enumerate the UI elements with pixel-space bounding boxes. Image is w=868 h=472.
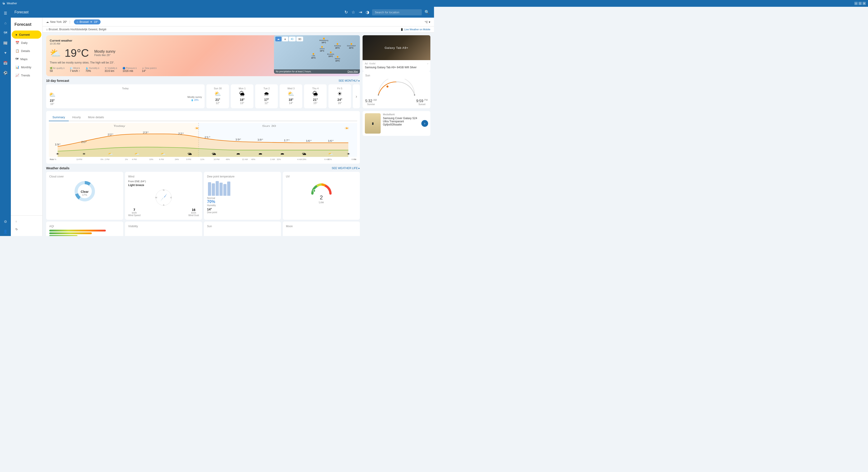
pressure-stat: 🔵 Pressure ℹ 1016 mb	[123, 67, 136, 72]
sunrise-arc-svg	[365, 79, 428, 97]
forecast-card-tue2[interactable]: Tue 2 🌧 17° 12°	[255, 84, 278, 108]
sidebar-item-home[interactable]: ⌂	[1, 19, 10, 28]
breadcrumb-text: Brussel, Brussels Hoofdstedelijk Gewest,…	[49, 28, 106, 31]
rain-pct-3: 1%	[125, 158, 128, 160]
aqi-card: AQI	[46, 222, 123, 236]
sidebar-item-calendar[interactable]: 📅	[1, 58, 10, 67]
ad-s24-next-button[interactable]: ›	[421, 120, 428, 127]
forecast-card-thu4[interactable]: Thu 4 🌦 21° 15°	[304, 84, 327, 108]
sidebar-item-news[interactable]: 📰	[1, 38, 10, 48]
cloud-percent: 17%	[49, 193, 120, 196]
svg-text:☀: ☀	[344, 126, 349, 130]
fc-day-tue2: Tue 2	[258, 87, 275, 90]
map-btn-wind[interactable]: 💨	[289, 37, 296, 41]
nav-item-refresh[interactable]: ↻	[12, 225, 41, 233]
wind-from: From ENE (64°)	[128, 180, 199, 183]
location-new-york[interactable]: ☁ New York 20° ⋮	[46, 20, 71, 24]
see-monthly-button[interactable]: SEE MONTHLY ▸	[339, 79, 360, 82]
tab-summary[interactable]: Summary	[49, 114, 69, 121]
breadcrumb-home-icon: ⌂	[46, 28, 48, 31]
svg-text:Sun 30: Sun 30	[262, 125, 276, 127]
search-input[interactable]	[372, 9, 422, 15]
tab-hourly[interactable]: Hourly	[69, 114, 85, 121]
sunset-hour: 9:59	[416, 99, 423, 103]
sidebar-item-profile[interactable]: 👤	[1, 227, 10, 236]
wind-speed-stat: 7 km/h Wind Speed	[128, 208, 141, 217]
unit-toggle[interactable]: °C ▾	[425, 20, 430, 24]
air-quality-label: 🌿 Air quality ℹ	[50, 67, 64, 69]
tab-more-details[interactable]: More details	[84, 114, 107, 121]
live-weather-mobile[interactable]: 📱 Live Weather on Mobile	[400, 28, 430, 31]
open-map-link[interactable]: Open Map	[347, 70, 358, 73]
left-nav: Forecast ● Current 📅 Daily 📋 Details 🗺 M…	[11, 18, 42, 236]
favorite-button[interactable]: ☆	[350, 9, 356, 15]
svg-text:20°: 20°	[81, 140, 87, 143]
fc-icon-today: ⛅	[49, 92, 56, 98]
ad-more-icon[interactable]: ›	[428, 62, 428, 65]
unit-chevron: ▾	[429, 20, 430, 24]
share-button[interactable]: ⇥	[358, 9, 363, 15]
svg-text:W: W	[155, 196, 157, 199]
nav-item-current[interactable]: ● Current	[12, 31, 41, 39]
wind-card: Wind From ENE (64°) Light breeze N E	[125, 172, 202, 220]
svg-text:21°: 21°	[204, 136, 211, 139]
forecast-card-today[interactable]: Today ⛅ 23° 16° Mostly sunny	[46, 84, 205, 108]
wind-speed-label: Wind Speed	[128, 214, 141, 217]
nav-label-trends: Trends	[21, 74, 30, 77]
search-button[interactable]: 🔍	[424, 9, 430, 15]
location-bar: ☁ New York 20° ⋮ ⌂ Brussel ☀ 19° °C ▾	[42, 18, 434, 27]
nav-label-details: Details	[21, 49, 30, 53]
sidebar-menu-button[interactable]: ☰	[1, 8, 10, 18]
svg-text:22°: 22°	[107, 133, 114, 136]
sidebar-item-sports[interactable]: ⚽	[1, 68, 10, 77]
ad-s24-text: MediaMarkt Samsung Cover Galaxy S24 Ultr…	[383, 113, 419, 134]
forecast-card-fri5[interactable]: Fri 5 ☀ 24° 16°	[329, 84, 351, 108]
forecast-card-sun30[interactable]: Sun 30 ⛅ 21° 12°	[206, 84, 229, 108]
details-cards: Cloud cover Clear 17%	[46, 172, 360, 220]
svg-point-39	[386, 86, 389, 88]
dew-point-bars	[207, 180, 278, 196]
forecast-more-button[interactable]: ›	[353, 84, 360, 108]
map-city-antwerp: Antwerp20°C	[334, 43, 341, 49]
ad-sponsor-label: Ad · Krefel	[365, 62, 375, 65]
svg-text:☀: ☀	[56, 153, 59, 155]
topbar-title: Forecast	[14, 10, 341, 14]
forecast-card-wed3[interactable]: Wed 3 ⛅ 18° 14°	[280, 84, 302, 108]
see-weather-life-button[interactable]: SEE WEATHER LIFE ▸	[332, 167, 360, 170]
map-no-precip: No precipitation for at least 2 hours.	[276, 70, 311, 73]
sidebar-item-settings[interactable]: ⚙	[1, 217, 10, 226]
nav-item-details[interactable]: 📋 Details	[12, 47, 41, 55]
nav-item-up[interactable]: ↑	[12, 217, 41, 225]
wind-speed-unit: km/h	[128, 212, 141, 214]
rain-pct-7: 49%	[226, 158, 230, 160]
svg-text:16°: 16°	[328, 140, 334, 143]
sidebar-item-map[interactable]: 🗺	[1, 29, 10, 37]
ny-city: New York	[50, 20, 62, 24]
svg-text:N: N	[163, 189, 164, 191]
map-btn-temp[interactable]: 🌡	[282, 37, 288, 41]
ny-more[interactable]: ⋮	[68, 20, 71, 24]
fc-high-mon1: 18°	[234, 98, 251, 101]
map-btn-3d[interactable]: 3D	[296, 37, 303, 41]
wind-value: 7 km/h ↑	[70, 69, 80, 72]
ad-product-name: Galaxy Tab A9+	[384, 46, 408, 50]
refresh-button[interactable]: ↻	[344, 9, 349, 15]
forecast-card-mon1[interactable]: Mon 1 🌦 18° 13°	[231, 84, 253, 108]
map-btn-cloud[interactable]: ☁	[275, 37, 281, 41]
compass-svg: N E S W	[155, 189, 173, 207]
rain-pct-4: 10%	[149, 158, 153, 160]
summary-chart-section: Summary Hourly More details	[46, 111, 360, 164]
visibility-card: Visibility	[125, 222, 202, 236]
sidebar-item-health[interactable]: ♥	[1, 49, 10, 57]
nav-item-trends[interactable]: 📈 Trends	[12, 71, 41, 80]
nav-item-maps[interactable]: 🗺 Maps	[12, 55, 41, 63]
svg-text:🌧: 🌧	[258, 153, 262, 155]
theme-button[interactable]: ◑	[365, 9, 370, 15]
nav-item-daily[interactable]: 📅 Daily	[12, 39, 41, 47]
fc-low-thu4: 15°	[307, 101, 324, 105]
fc-icon-sun30: ⛅	[209, 91, 226, 97]
fc-icon-mon1: 🌦	[234, 91, 251, 97]
uv-title: UV	[286, 175, 357, 178]
nav-item-monthly[interactable]: 📊 Monthly	[12, 63, 41, 71]
location-brussel[interactable]: ⌂ Brussel ☀ 19°	[74, 20, 101, 24]
